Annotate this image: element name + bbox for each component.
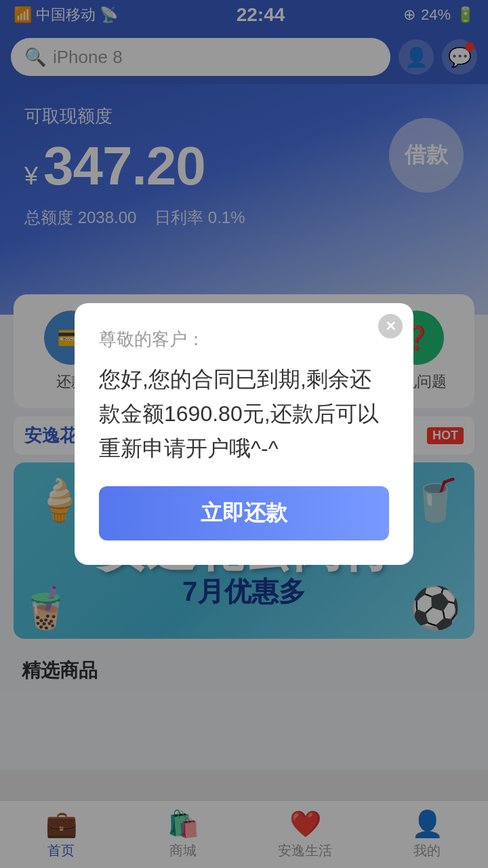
- modal-close-button[interactable]: ✕: [378, 314, 403, 338]
- repay-now-button[interactable]: 立即还款: [99, 486, 389, 540]
- modal-overlay[interactable]: ✕ 尊敬的客户： 您好,您的合同已到期,剩余还款金额1690.80元,还款后可以…: [0, 0, 488, 868]
- modal-body-text: 您好,您的合同已到期,剩余还款金额1690.80元,还款后可以重新申请开户哦^-…: [99, 362, 389, 467]
- modal-greeting: 尊敬的客户：: [99, 328, 389, 351]
- notification-modal: ✕ 尊敬的客户： 您好,您的合同已到期,剩余还款金额1690.80元,还款后可以…: [75, 303, 413, 566]
